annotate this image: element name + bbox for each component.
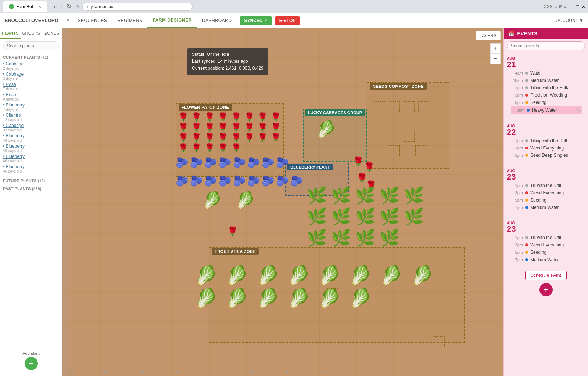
event-dot bbox=[525, 154, 528, 157]
zoom-in-button[interactable]: + bbox=[490, 43, 501, 54]
plant-item[interactable]: • Blueberry46 days old bbox=[3, 143, 59, 153]
nav-regimens[interactable]: REGIMENS bbox=[112, 13, 147, 28]
event-time: 1pm bbox=[511, 138, 523, 143]
event-23b-1pm[interactable]: 1pm Till with the Drill bbox=[511, 234, 582, 241]
marker-9 bbox=[327, 278, 338, 289]
event-21-5pm[interactable]: 5pm Seeding bbox=[511, 99, 582, 106]
event-name: Medium Water bbox=[530, 205, 559, 210]
plant-item[interactable]: • Blueberry7 days old bbox=[3, 102, 59, 112]
maximize-button[interactable]: □ bbox=[576, 4, 579, 10]
event-dot bbox=[525, 86, 528, 89]
events-panel: 📅 EVENTS AUG 21 4am Water bbox=[503, 28, 588, 376]
add-event-button[interactable]: + bbox=[539, 283, 553, 296]
event-name: Tilling with the Hulk bbox=[530, 85, 568, 90]
event-dot bbox=[525, 258, 528, 261]
event-dot bbox=[525, 199, 528, 202]
event-time: 1pm bbox=[511, 86, 523, 90]
forward-button[interactable]: › bbox=[59, 3, 64, 11]
axis-x-label: X bbox=[261, 369, 263, 373]
browser-tab[interactable]: FarmBot × bbox=[3, 1, 47, 12]
event-21-8pm[interactable]: 8pm Heavy Water ✎ bbox=[511, 106, 582, 114]
events-header: 📅 EVENTS bbox=[504, 28, 588, 39]
nav-farm-designer[interactable]: FARM DESIGNER bbox=[147, 13, 197, 28]
past-plants[interactable]: PAST PLANTS (439) bbox=[0, 185, 62, 192]
marker-3 bbox=[404, 101, 415, 112]
front-area-label: FRONT AREA ZONE bbox=[212, 248, 259, 255]
nav-items: SEQUENCES REGIMENS FARM DESIGNER DASHBOA… bbox=[73, 13, 237, 28]
account-nav[interactable]: ACCOUNT ▼ bbox=[556, 18, 584, 23]
tab-plants[interactable]: PLANTS bbox=[0, 28, 21, 39]
tab-groups[interactable]: GROUPS bbox=[21, 28, 42, 39]
event-22-3pm[interactable]: 3pm Weed Everything bbox=[511, 144, 582, 152]
event-name: Seeding bbox=[530, 100, 546, 105]
event-name: Medium Water bbox=[530, 78, 559, 83]
plant-item[interactable]: • Cilantro12 days old bbox=[3, 112, 59, 122]
plant-item[interactable]: • Rose7 days olds bbox=[3, 82, 59, 91]
home-button[interactable]: ⌂ bbox=[74, 3, 81, 11]
tab-title: FarmBot bbox=[16, 4, 33, 9]
synced-button[interactable]: SYNCED ✓ bbox=[240, 16, 272, 25]
current-plants-title: CURRENT PLANTS (71) bbox=[3, 55, 59, 59]
zoom-out-button[interactable]: − bbox=[490, 54, 501, 64]
day-num-22: 22 bbox=[507, 128, 516, 136]
front-cabbage-grid: 🥬🥬🥬🥬🥬🥬🥬🥬 🥬🥬🥬🥬🥬🥬 bbox=[195, 265, 440, 309]
event-23a-1pm[interactable]: 1pm Till with the Drill bbox=[511, 182, 582, 189]
event-22-5pm[interactable]: 5pm Seed Deep Singles bbox=[511, 152, 582, 159]
event-23b-7pm[interactable]: 7pm Medium Water bbox=[511, 256, 582, 263]
event-22-1pm[interactable]: 1pm Tilling with the Drill bbox=[511, 137, 582, 144]
plant-item[interactable]: • Rose9 days old bbox=[3, 92, 59, 101]
event-name: Till with the Drill bbox=[530, 235, 561, 240]
back-button[interactable]: ‹ bbox=[52, 3, 57, 11]
event-23b-3pm[interactable]: 3pm Weed Everything bbox=[511, 241, 582, 249]
add-plant-button[interactable]: + bbox=[25, 357, 38, 370]
event-23b-5pm[interactable]: 5pm Seeding bbox=[511, 249, 582, 256]
nav-sequences[interactable]: SEQUENCES bbox=[73, 13, 112, 28]
plant-item[interactable]: • Blueberry46 days old bbox=[3, 164, 59, 173]
event-time: 10am bbox=[511, 78, 523, 83]
layers-button[interactable]: LAYERS bbox=[476, 31, 501, 40]
flower-patch-label: FLOWER PATCH ZONE bbox=[179, 104, 232, 111]
plant-item[interactable]: • Cabbage2 days old bbox=[3, 61, 59, 70]
event-name: Heavy Water bbox=[532, 108, 557, 113]
event-name: Medium Water bbox=[530, 257, 559, 262]
event-name: Weed Everything bbox=[530, 242, 564, 247]
needs-compost-label: NEEDS COMPOST ZONE bbox=[370, 83, 427, 90]
separator-2 bbox=[504, 163, 588, 163]
minimize-button[interactable]: ─ bbox=[569, 4, 573, 10]
nav-dashboard[interactable]: DASHBOARD bbox=[197, 13, 237, 28]
plant-item[interactable]: • Blueberry46 days old bbox=[3, 133, 59, 142]
events-day-21: AUG 21 4am Water 10am Medium Water bbox=[504, 53, 588, 116]
plant-item[interactable]: • Cabbage3 days old bbox=[3, 71, 59, 81]
plant-item[interactable]: • Cabbage33 days old bbox=[3, 123, 59, 132]
future-plants[interactable]: FUTURE PLANTS (12) bbox=[0, 176, 62, 185]
url-bar[interactable]: my.farmbot.io bbox=[82, 3, 193, 11]
event-23a-3pm[interactable]: 3pm Weed Everything bbox=[511, 189, 582, 196]
schedule-event-button[interactable]: Schedule event bbox=[525, 271, 567, 280]
event-name: Seeding bbox=[530, 250, 546, 255]
edit-icon[interactable]: ✎ bbox=[576, 107, 581, 113]
event-21-1pm[interactable]: 1pm Tilling with the Hulk bbox=[511, 84, 582, 91]
blueberry-plant-label: BLUEBERRY PLANT bbox=[287, 164, 333, 170]
separator-3 bbox=[504, 215, 588, 215]
event-21-4am[interactable]: 4am Water bbox=[511, 69, 582, 77]
reload-button[interactable]: ↻ bbox=[65, 2, 73, 11]
brand-dropdown-icon[interactable]: ▼ bbox=[66, 18, 70, 22]
event-23a-5pm[interactable]: 5pm Seeding bbox=[511, 196, 582, 204]
tab-close[interactable]: × bbox=[38, 4, 41, 10]
estop-button[interactable]: E-STOP bbox=[275, 16, 300, 25]
tab-zones[interactable]: ZONES bbox=[42, 28, 62, 39]
marker-4 bbox=[418, 101, 429, 112]
event-name: Weed Everything bbox=[530, 190, 564, 195]
lucky-cabbages-label: LUCKY CABBAGES GROUP bbox=[305, 109, 365, 116]
event-time: 8pm bbox=[513, 108, 524, 112]
plant-item[interactable]: • Blueberry46 days old bbox=[3, 153, 59, 163]
search-input[interactable] bbox=[3, 41, 59, 50]
event-21-10am[interactable]: 10am Medium Water bbox=[511, 77, 582, 84]
event-dot bbox=[525, 236, 528, 239]
events-search-input[interactable] bbox=[507, 41, 585, 50]
close-button[interactable]: × bbox=[582, 4, 585, 10]
event-time: 5pm bbox=[511, 100, 523, 105]
event-21-3pm[interactable]: 3pm Precision Weeding bbox=[511, 91, 582, 99]
garden-canvas[interactable]: Status: Online, Idle Last synced: 14 min… bbox=[62, 28, 503, 376]
event-23a-7pm[interactable]: 7pm Medium Water bbox=[511, 204, 582, 211]
